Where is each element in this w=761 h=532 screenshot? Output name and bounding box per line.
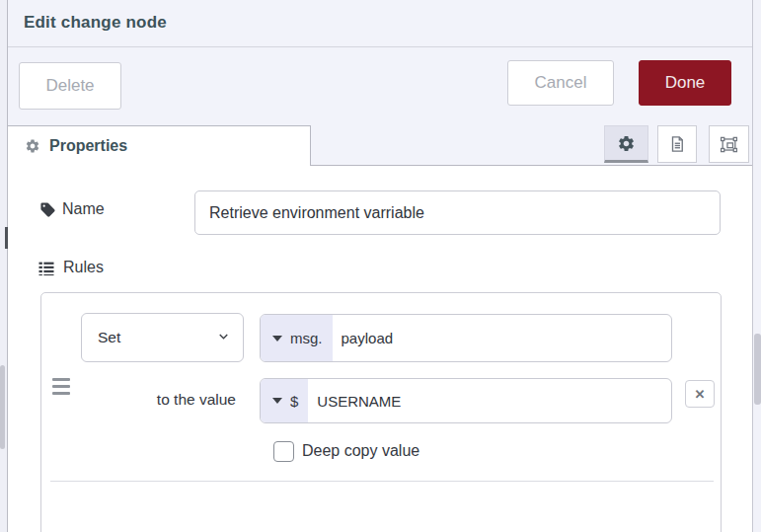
rule-property-typed-input: msg. payload — [260, 314, 672, 362]
done-button[interactable]: Done — [639, 60, 731, 106]
editor-tab-bar: Properties — [8, 115, 752, 166]
tag-icon — [39, 201, 56, 218]
caret-down-icon — [272, 336, 282, 342]
dialog-title: Edit change node — [8, 0, 752, 33]
workspace-scrollbar-thumb[interactable] — [0, 365, 5, 449]
chevron-down-icon — [216, 329, 231, 347]
document-icon — [668, 135, 686, 153]
workspace-node-fragment — [5, 227, 8, 249]
value-type-button[interactable]: $ — [261, 379, 308, 422]
list-icon — [38, 260, 55, 277]
edit-change-node-dialog: Edit change node Delete Cancel Done Prop… — [0, 0, 761, 532]
value-type-label: $ — [290, 393, 298, 410]
to-the-value-label: to the value — [101, 389, 236, 411]
rule-value-typed-input: $ USERNAME — [260, 378, 672, 423]
property-value-input[interactable]: payload — [333, 315, 671, 361]
deep-copy-label[interactable]: Deep copy value — [302, 442, 419, 460]
gear-icon — [25, 138, 40, 154]
tab-properties-label: Properties — [49, 137, 127, 155]
delete-button[interactable]: Delete — [19, 62, 121, 110]
rules-label: Rules — [63, 259, 104, 276]
name-input[interactable] — [194, 190, 721, 235]
property-type-label: msg. — [290, 330, 323, 346]
x-icon: ✕ — [695, 387, 706, 402]
deep-copy-checkbox[interactable] — [273, 441, 294, 462]
tab-properties[interactable]: Properties — [8, 125, 311, 166]
group-icon — [720, 135, 738, 154]
properties-view-button[interactable] — [604, 125, 648, 163]
rule-divider — [50, 481, 714, 482]
rule-action-value: Set — [98, 329, 120, 346]
group-view-button[interactable] — [709, 125, 749, 163]
workspace-edge — [0, 0, 8, 532]
description-view-button[interactable] — [657, 125, 697, 163]
drag-handle-icon[interactable] — [52, 378, 70, 395]
rule-action-select[interactable]: Set — [81, 313, 244, 362]
name-label: Name — [62, 200, 105, 218]
remove-rule-button[interactable]: ✕ — [685, 380, 715, 408]
tray-scrollbar-thumb[interactable] — [754, 334, 761, 405]
dialog-button-bar: Delete Cancel Done — [8, 47, 752, 115]
tray-scrollbar[interactable] — [752, 0, 761, 532]
caret-down-icon — [272, 398, 282, 404]
cancel-button[interactable]: Cancel — [507, 60, 614, 106]
gear-icon — [617, 134, 636, 153]
dialog-header: Edit change node — [8, 0, 752, 47]
value-input[interactable]: USERNAME — [308, 379, 671, 422]
rules-container: Set msg. payload to the value $ USERNAME — [40, 292, 722, 532]
property-type-button[interactable]: msg. — [261, 315, 333, 361]
